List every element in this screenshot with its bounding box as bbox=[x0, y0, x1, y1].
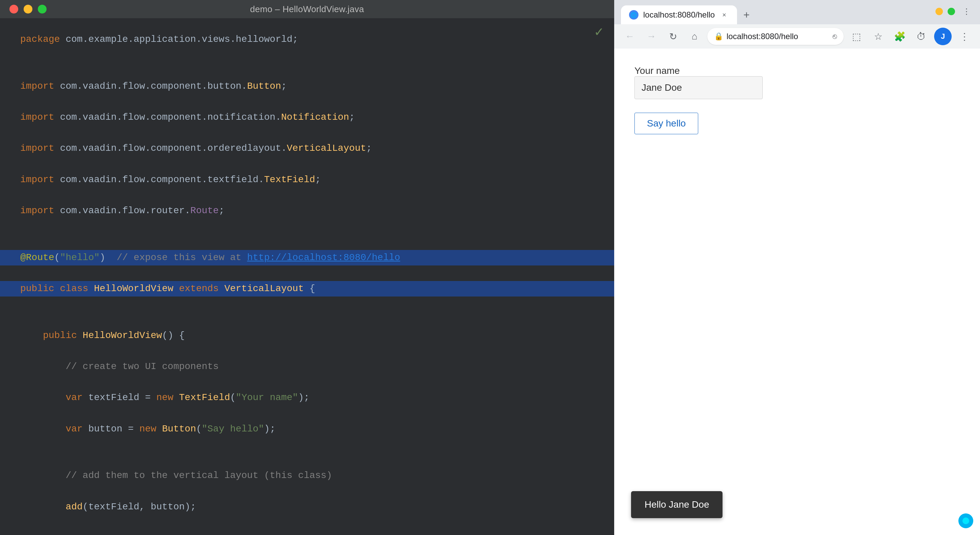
name-input[interactable] bbox=[635, 76, 763, 99]
forward-icon: → bbox=[647, 31, 656, 42]
extensions-icon: 🧩 bbox=[894, 31, 906, 42]
browser-menu-button[interactable]: ⋮ bbox=[956, 28, 973, 45]
tab-title: localhost:8080/hello bbox=[643, 10, 715, 19]
browser-tab-active[interactable]: 🌐 localhost:8080/hello × bbox=[621, 5, 737, 24]
say-hello-button[interactable]: Say hello bbox=[635, 113, 698, 134]
window-close-button[interactable] bbox=[10, 5, 18, 13]
reload-button[interactable]: ↻ bbox=[664, 28, 682, 45]
home-icon: ⌂ bbox=[692, 31, 698, 42]
ide-titlebar: demo – HelloWorldView.java bbox=[0, 0, 614, 18]
extensions-button[interactable]: 🧩 bbox=[891, 28, 908, 45]
bookmark-icon: ☆ bbox=[874, 31, 883, 42]
checkmark-icon: ✓ bbox=[594, 25, 604, 39]
browser-panel: 🌐 localhost:8080/hello × + ⋮ ← → ↻ bbox=[614, 0, 980, 535]
forward-button[interactable]: → bbox=[643, 28, 660, 45]
code-content: package com.example.application.views.he… bbox=[20, 32, 594, 535]
browser-minimize-button[interactable] bbox=[935, 8, 943, 15]
profile-button[interactable]: J bbox=[934, 28, 951, 45]
open-in-tab-button[interactable]: ⬚ bbox=[848, 28, 865, 45]
vaadin-dot bbox=[963, 518, 969, 524]
reload-icon: ↻ bbox=[669, 31, 677, 42]
back-icon: ← bbox=[625, 31, 635, 42]
ide-panel: demo – HelloWorldView.java ✓ package com… bbox=[0, 0, 614, 535]
new-tab-button[interactable]: + bbox=[737, 5, 756, 24]
vaadin-indicator bbox=[958, 513, 973, 528]
back-button[interactable]: ← bbox=[621, 28, 638, 45]
tab-close-button[interactable]: × bbox=[719, 10, 729, 19]
bookmark-button[interactable]: ☆ bbox=[869, 28, 887, 45]
avatar-label: J bbox=[941, 32, 945, 41]
browser-controls-row: ← → ↻ ⌂ 🔒 localhost:8080/hello ⎋ ⬚ ☆ bbox=[614, 24, 980, 49]
field-label: Your name bbox=[635, 65, 680, 76]
browser-maximize-button[interactable] bbox=[948, 8, 955, 15]
browser-menu-dots[interactable]: ⋮ bbox=[960, 5, 973, 18]
browser-content: Your name Say hello Hello Jane Doe bbox=[614, 49, 980, 535]
tab-favicon: 🌐 bbox=[629, 10, 638, 19]
browser-chrome: 🌐 localhost:8080/hello × + ⋮ ← → ↻ bbox=[614, 0, 980, 49]
open-tab-icon: ⬚ bbox=[852, 31, 861, 42]
window-maximize-button[interactable] bbox=[38, 5, 46, 13]
notification-text: Hello Jane Doe bbox=[644, 499, 709, 510]
address-text: localhost:8080/hello bbox=[727, 32, 829, 41]
code-editor[interactable]: ✓ package com.example.application.views.… bbox=[0, 18, 614, 535]
menu-icon: ⋮ bbox=[960, 31, 969, 42]
notification-toast: Hello Jane Doe bbox=[631, 491, 722, 518]
window-minimize-button[interactable] bbox=[24, 5, 32, 13]
tab-bar: 🌐 localhost:8080/hello × + ⋮ bbox=[614, 0, 980, 24]
home-button[interactable]: ⌂ bbox=[686, 28, 703, 45]
share-icon: ⎋ bbox=[832, 32, 837, 41]
window-controls bbox=[10, 5, 46, 13]
ide-title: demo – HelloWorldView.java bbox=[250, 4, 364, 14]
history-icon: ⏱ bbox=[916, 31, 926, 42]
history-button[interactable]: ⏱ bbox=[913, 28, 930, 45]
address-bar[interactable]: 🔒 localhost:8080/hello ⎋ bbox=[707, 28, 844, 45]
lock-icon: 🔒 bbox=[714, 32, 723, 41]
